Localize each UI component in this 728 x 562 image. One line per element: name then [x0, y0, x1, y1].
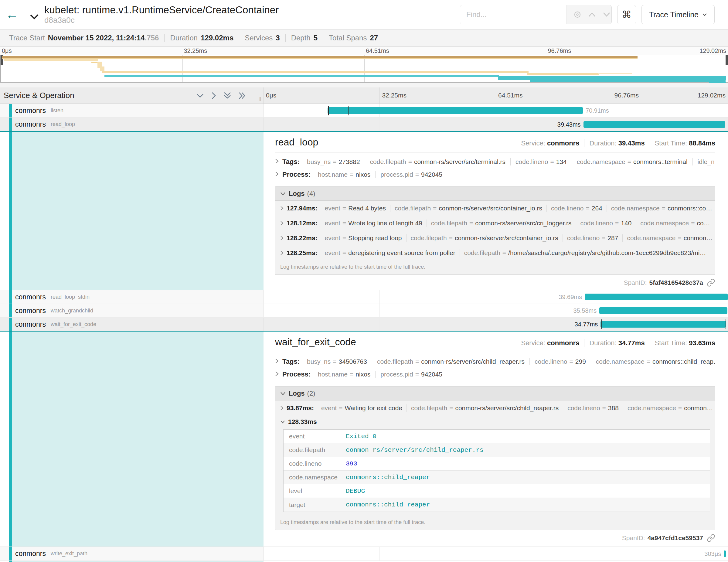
- chevron-right-icon: [275, 171, 279, 177]
- log-entry-expanded-header[interactable]: 128.33ms: [275, 415, 715, 428]
- span-row-timeline[interactable]: 303μs: [264, 547, 728, 560]
- back-button[interactable]: ←: [0, 0, 24, 29]
- next-match-icon[interactable]: [603, 12, 611, 17]
- collapse-all-icon[interactable]: [223, 92, 232, 100]
- log-entry[interactable]: 93.87ms: event=Waiting for exit code cod…: [275, 400, 715, 415]
- detail-meta: Service: conmonrs Duration: 34.77ms Star…: [516, 339, 715, 347]
- span-color-bar: [9, 547, 12, 560]
- column-resizer-handle[interactable]: ‖: [259, 96, 261, 102]
- log-marker-tick: [328, 106, 329, 115]
- span-bar[interactable]: [600, 321, 726, 328]
- span-bar[interactable]: [724, 550, 726, 557]
- detail-start-time: Start Time: 88.84ms: [650, 139, 715, 147]
- span-bar[interactable]: [585, 294, 728, 300]
- chevron-down-icon: [280, 420, 285, 424]
- span-row-timeline[interactable]: 35.58ms: [264, 304, 728, 317]
- expand-all-icon[interactable]: [238, 91, 246, 100]
- span-row-left[interactable]: conmonrs read_loop_stdin: [0, 290, 264, 304]
- tag-item: code.namespace=conmonrs::terminal: [572, 158, 692, 165]
- trace-timeline-page: ← kubelet: runtime.v1.RuntimeService/Cre…: [0, 0, 728, 562]
- span-operation: listen: [51, 107, 63, 114]
- logs-header[interactable]: Logs (4): [275, 187, 715, 201]
- logs-header[interactable]: Logs (2): [275, 387, 715, 400]
- log-entry[interactable]: 128.25ms: event=deregistering event sour…: [275, 245, 715, 260]
- span-bar[interactable]: [599, 307, 727, 314]
- trace-depth: Depth 5: [285, 34, 323, 42]
- minimap-span: [104, 75, 498, 77]
- span-row-wait-for-exit-code[interactable]: conmonrs wait_for_exit_code 34.77ms: [0, 318, 728, 332]
- detail-gutter: [12, 332, 264, 547]
- trace-view-label: Trace Timeline: [649, 10, 699, 19]
- span-duration-label: 39.69ms: [556, 294, 585, 301]
- span-row-left[interactable]: conmonrs wait_for_exit_code: [0, 318, 264, 331]
- span-row-read-loop-stdin[interactable]: conmonrs read_loop_stdin 39.69ms: [0, 290, 728, 304]
- span-bar[interactable]: [583, 121, 726, 128]
- span-row-left[interactable]: conmonrs watch_grandchild: [0, 304, 264, 317]
- span-row-timeline[interactable]: 39.69ms: [264, 290, 728, 304]
- locate-icon[interactable]: [573, 11, 581, 19]
- span-operation: read_loop: [51, 121, 75, 128]
- keyboard-shortcuts-button[interactable]: ⌘: [617, 5, 636, 24]
- find-icon-group: [566, 5, 612, 24]
- collapse-controls: [196, 91, 260, 100]
- back-arrow-icon: ←: [6, 7, 19, 22]
- span-duration-label: 35.58ms: [570, 307, 599, 314]
- link-icon[interactable]: [707, 278, 715, 287]
- collapse-one-icon[interactable]: [196, 93, 204, 98]
- chevron-right-icon: [280, 406, 284, 410]
- span-row-read-loop[interactable]: conmonrs read_loop 39.43ms: [0, 118, 728, 132]
- span-row-left[interactable]: conmonrs write_exit_path: [0, 547, 264, 560]
- log-entry[interactable]: 127.94ms: event=Read 4 bytes code.filepa…: [275, 201, 715, 216]
- log-entry[interactable]: 128.22ms: event=Stopping read loop code.…: [275, 230, 715, 245]
- span-color-bar: [9, 290, 12, 304]
- detail-title: wait_for_exit_code: [275, 336, 356, 348]
- process-row[interactable]: Process: host.name=nixos process.pid=942…: [275, 171, 715, 183]
- span-row-write-exit-path[interactable]: conmonrs write_exit_path 303μs: [0, 547, 728, 561]
- logs-section: Logs (2) 93.87ms: event=Waiting for exit…: [275, 386, 715, 530]
- span-row-left[interactable]: conmonrs read_loop: [0, 118, 264, 131]
- timeline-tick-header: 0μs 32.25ms 64.51ms 96.76ms 129.02ms: [264, 87, 728, 104]
- chevron-down-icon: [702, 13, 707, 16]
- tags-row[interactable]: Tags: busy_ns=34506763 code.filepath=con…: [275, 358, 715, 370]
- minimap-span: [527, 73, 599, 75]
- span-row-timeline[interactable]: 39.43ms: [264, 118, 728, 131]
- log-entry[interactable]: 128.12ms: event=Wrote log line of length…: [275, 216, 715, 230]
- trace-services: Services 3: [239, 34, 285, 42]
- minimap-span: [598, 73, 632, 74]
- span-color-bar: [9, 318, 12, 331]
- span-row-watch-grandchild[interactable]: conmonrs watch_grandchild 35.58ms: [0, 304, 728, 318]
- span-operation: read_loop_stdin: [51, 294, 90, 300]
- chevron-right-icon: [280, 236, 284, 240]
- chevron-right-icon: [275, 158, 279, 164]
- span-id-row: SpanID: 4a947cfd1ce59537: [275, 534, 715, 542]
- trace-start-label: Trace Start: [9, 34, 45, 42]
- span-service: conmonrs: [15, 307, 46, 315]
- chevron-right-icon: [280, 206, 284, 211]
- minimap-right-handle[interactable]: [726, 55, 728, 65]
- trace-collapse-chevron-icon[interactable]: [30, 14, 39, 19]
- span-row-timeline[interactable]: 70.91ms: [264, 104, 728, 117]
- header-controls: ⌘ Trace Timeline: [460, 5, 728, 24]
- span-row-timeline[interactable]: 34.77ms: [264, 318, 728, 331]
- prev-match-icon[interactable]: [588, 12, 596, 17]
- span-row-listen[interactable]: conmonrs listen 70.91ms: [0, 104, 728, 118]
- span-service: conmonrs: [15, 120, 46, 128]
- trace-view-selector[interactable]: Trace Timeline: [641, 5, 715, 24]
- detail-gutter: [12, 132, 264, 290]
- process-row[interactable]: Process: host.name=nixos process.pid=942…: [275, 370, 715, 383]
- tag-item: busy_ns=273882: [302, 158, 365, 165]
- span-bar[interactable]: [328, 107, 583, 114]
- link-icon[interactable]: [707, 534, 715, 542]
- span-service: conmonrs: [15, 293, 46, 301]
- find-input[interactable]: [460, 5, 566, 24]
- log-detail-row: event Exited 0: [284, 430, 710, 443]
- detail-service: Service: conmonrs: [516, 139, 584, 147]
- tags-row[interactable]: Tags: busy_ns=273882 code.filepath=conmo…: [275, 158, 715, 171]
- minimap-canvas[interactable]: [0, 55, 728, 83]
- tag-item: code.lineno=134: [510, 158, 572, 165]
- span-duration-label: 34.77ms: [572, 321, 601, 328]
- expand-one-icon[interactable]: [211, 91, 216, 100]
- chevron-down-icon: [280, 192, 286, 196]
- span-row-left[interactable]: conmonrs listen: [0, 104, 264, 117]
- detail-start-time: Start Time: 93.63ms: [650, 339, 715, 347]
